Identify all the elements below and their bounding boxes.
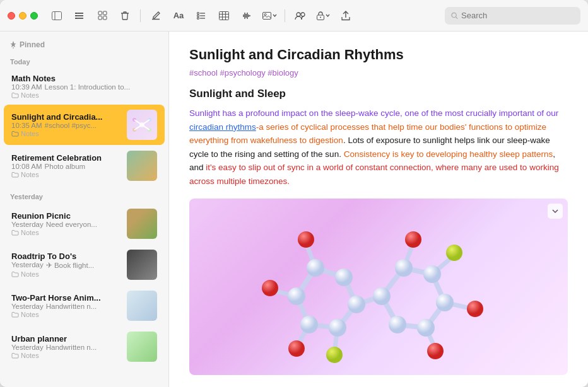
svg-point-7 (75, 18, 76, 19)
folder-label-sunlight: Notes (21, 130, 39, 137)
note-time-retirement: 10:08 AM (11, 163, 42, 170)
note-item-urban[interactable]: Urban planner Yesterday Handwritten n...… (4, 326, 165, 367)
audio-wave-icon (242, 11, 252, 20)
note-thumbnail-retirement (127, 151, 157, 181)
note-time-math: 10:39 AM (11, 83, 42, 91)
folder-icon-horse (11, 311, 19, 318)
svg-line-47 (134, 125, 142, 130)
note-item-retirement[interactable]: Retirement Celebration 10:08 AM Photo al… (4, 146, 165, 186)
divider-2 (285, 9, 285, 22)
folder-label-retirement: Notes (21, 171, 39, 178)
note-thumbnail-horse (127, 291, 157, 321)
note-image-container (189, 199, 568, 375)
note-content-area: Sunlight and Circadian Rhythms #school #… (169, 32, 588, 387)
image-collapse-button[interactable] (548, 204, 563, 219)
note-item-picnic[interactable]: Reunion Picnic Yesterday Need everyon...… (4, 204, 165, 244)
note-link-circadian[interactable]: circadian rhythms (189, 122, 256, 132)
collab-button[interactable] (291, 7, 309, 25)
svg-point-77 (395, 259, 413, 277)
note-title-urban: Urban planner (11, 334, 122, 344)
main-content: Pinned Today Math Notes 10:39 AM Lesson … (0, 32, 588, 387)
search-box[interactable] (445, 7, 580, 25)
note-preview-sunlight: #school #psyc... (45, 122, 97, 129)
note-item-math[interactable]: Math Notes 10:39 AM Lesson 1: Introducti… (4, 69, 165, 104)
chevron-down-small-icon (552, 209, 558, 214)
note-text-red-1: it's easy to slip out of sync in a world… (189, 163, 559, 186)
note-title-math: Math Notes (11, 74, 157, 83)
note-info-horse: Two-Part Horse Anim... Yesterday Handwri… (11, 293, 122, 318)
note-folder-sunlight: Notes (11, 130, 122, 137)
sidebar-icon (52, 11, 62, 20)
svg-rect-8 (98, 11, 102, 15)
maximize-button[interactable] (30, 12, 38, 20)
note-preview-picnic: Need everyon... (46, 221, 97, 228)
note-body: Sunlight has a profound impact on the sl… (189, 107, 568, 188)
collab-icon (295, 11, 306, 20)
svg-point-70 (307, 259, 324, 277)
svg-point-37 (452, 13, 456, 17)
note-title-sunlight: Sunlight and Circadia... (11, 112, 122, 122)
folder-icon-retirement (11, 171, 19, 178)
pin-icon (10, 41, 16, 49)
note-item-sunlight[interactable]: Sunlight and Circadia... 10:35 AM #schoo… (4, 105, 165, 145)
note-item-roadtrip[interactable]: Roadtrip To Do's Yesterday ✈ Book flight… (4, 245, 165, 285)
folder-icon-sunlight (11, 130, 19, 137)
media-icon (262, 11, 271, 20)
note-main-title: Sunlight and Circadian Rhythms (189, 47, 568, 63)
pinned-section-header: Pinned (0, 37, 168, 52)
note-time-roadtrip: Yesterday (11, 261, 44, 270)
svg-point-36 (320, 16, 321, 18)
sidebar-toggle-button[interactable] (48, 7, 66, 25)
note-section-title: Sunlight and Sleep (189, 88, 568, 100)
svg-line-38 (456, 17, 457, 18)
grid-icon (98, 11, 107, 20)
note-time-picnic: Yesterday (11, 221, 44, 228)
format-text-button[interactable]: Aa (170, 7, 187, 25)
folder-icon-urban (11, 352, 19, 359)
note-text-orange-2: Consistency is key to developing healthy… (344, 149, 553, 159)
svg-rect-31 (262, 12, 271, 19)
search-icon (451, 12, 458, 20)
note-tags: #school #psychology #biology (189, 68, 568, 78)
list-view-button[interactable] (71, 7, 88, 25)
folder-label-math: Notes (21, 91, 39, 99)
trash-icon (121, 11, 129, 21)
svg-point-6 (75, 15, 76, 16)
note-info-roadtrip: Roadtrip To Do's Yesterday ✈ Book flight… (11, 251, 122, 278)
audio-button[interactable] (238, 7, 256, 25)
yesterday-section-header: Yesterday (0, 187, 168, 203)
svg-point-80 (417, 319, 435, 337)
svg-point-78 (423, 265, 441, 283)
svg-point-73 (329, 319, 346, 337)
folder-icon-picnic (11, 229, 19, 236)
minimize-button[interactable] (19, 12, 26, 20)
note-title-picnic: Reunion Picnic (11, 211, 122, 221)
svg-line-45 (134, 120, 142, 125)
note-info-urban: Urban planner Yesterday Handwritten n...… (11, 334, 122, 359)
svg-point-85 (427, 343, 444, 359)
note-thumbnail-sunlight (127, 110, 157, 140)
share-button[interactable] (337, 7, 355, 25)
titlebar: Aa (0, 0, 588, 32)
note-folder-retirement: Notes (11, 171, 122, 178)
note-preview-math: Lesson 1: Introduction to... (45, 83, 131, 91)
share-icon (341, 11, 350, 21)
search-input[interactable] (461, 11, 574, 20)
svg-point-83 (405, 231, 421, 248)
svg-point-12 (197, 12, 199, 14)
lock-button[interactable] (314, 7, 332, 25)
checklist-button[interactable] (192, 7, 210, 25)
lock-icon (317, 11, 324, 20)
note-item-horse[interactable]: Two-Part Horse Anim... Yesterday Handwri… (4, 286, 165, 326)
compose-button[interactable] (147, 7, 165, 25)
table-icon (219, 11, 229, 20)
table-button[interactable] (215, 7, 233, 25)
delete-button[interactable] (116, 7, 134, 25)
close-button[interactable] (8, 12, 15, 20)
svg-rect-11 (103, 16, 107, 20)
media-button[interactable] (261, 7, 278, 25)
grid-view-button[interactable] (93, 7, 111, 25)
note-folder-urban: Notes (11, 352, 122, 359)
lock-chevron-icon (326, 13, 330, 18)
app-window: Aa (0, 0, 588, 387)
